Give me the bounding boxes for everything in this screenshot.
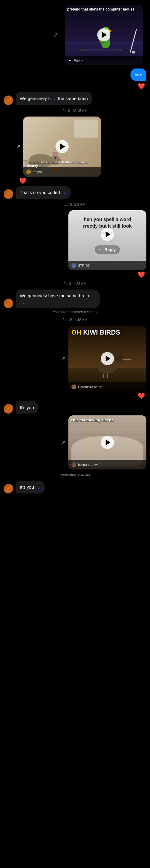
media-wrapper-kiwi: ↗: [0, 326, 146, 392]
avatar-genuine1: [4, 95, 13, 105]
timestamp-1: Jul 9, 12:15 AM: [0, 109, 150, 113]
itsyou2-bubble[interactable]: It's you ⌄: [15, 481, 45, 493]
creator-avatar-strid: [71, 263, 76, 268]
itsyou2-dropdown[interactable]: ⌄: [37, 485, 40, 490]
kiwi-text: KIWI BIRDS: [83, 329, 120, 336]
media-card-bird[interactable]: pretend that she's the computer mouse...…: [65, 5, 143, 65]
genuine1-bubble[interactable]: We genuinely h ⌄ the same brain: [15, 92, 92, 105]
genuine2-bubble[interactable]: We genuinely have the same brain ⌄: [15, 289, 100, 308]
coded-bubble[interactable]: That's so you coded ⌄: [15, 186, 71, 199]
cat-video-caption: hellnahbrahwtf: [68, 460, 146, 469]
timestamp-5: Yesterday 6:54 AM: [0, 473, 150, 477]
creator-name-mouse: tonyritx: [33, 170, 43, 174]
media-card-mouse[interactable]: Found this bird unable to fly so I gave …: [23, 117, 101, 177]
kiwi-video-overlay: OH KIWI BIRDS: [71, 329, 120, 336]
media-wrapper-cat: ↗ epic cat fucking sleeps helln: [0, 415, 146, 469]
play-button-mouse[interactable]: [55, 140, 69, 153]
bird-video-caption: ▶ Pubity: [65, 56, 143, 65]
timestamp-2: Jul 9, 1:3 AM: [0, 203, 150, 207]
avatar-coded: [4, 189, 13, 199]
play-button-strid[interactable]: [101, 228, 114, 241]
streak-notice: You have achieved a Streak: [0, 310, 150, 314]
itsyou2-text: It's you: [20, 485, 34, 490]
mouse-video-overlay: Found this bird unable to fly so I gave …: [26, 160, 99, 167]
genuine2-text: We genuinely have the same brain: [20, 293, 89, 298]
play-button-kiwi[interactable]: [101, 352, 114, 365]
avatar-genuine2: [4, 299, 13, 308]
play-button-bird[interactable]: [97, 28, 110, 41]
strid-reaction: ❤️: [4, 271, 146, 278]
bird-video-overlay: pretend that she's the computer mouse...: [67, 7, 140, 11]
kiwi-oh: OH: [71, 329, 83, 336]
creator-name-strid: STRID3_: [78, 264, 91, 267]
birb-bubble[interactable]: birb: [130, 68, 146, 81]
birb-reaction: ❤️: [4, 83, 146, 90]
itsyou1-text: It's you: [20, 405, 34, 410]
media-card-cat[interactable]: epic cat fucking sleeps hellnahbrahwtf: [68, 415, 146, 469]
timestamp-3: Jul 9, 1:23 AM: [0, 282, 150, 286]
mouse-reaction: ❤️: [4, 177, 146, 184]
mouse-video-caption: tonyritx: [23, 167, 101, 177]
play-button-cat[interactable]: [101, 436, 114, 449]
cat-video-overlay: epic cat fucking sleeps: [71, 418, 144, 422]
coded-dropdown[interactable]: ⌄: [63, 190, 67, 195]
kiwi-heart: ❤️: [138, 393, 145, 399]
itsyou2-row: It's you ⌄: [4, 481, 146, 493]
reply-label[interactable]: Reply: [104, 247, 116, 252]
genuine2-dropdown[interactable]: ⌄: [22, 300, 25, 305]
coded-text: That's so you coded: [20, 190, 60, 195]
media-wrapper-bird: ↗: [0, 3, 146, 67]
media-card-strid[interactable]: hen you spell a word rrectly but it stil…: [68, 210, 146, 270]
creator-avatar-cat: [71, 462, 76, 467]
itsyou1-row: It's you: [4, 401, 146, 413]
creator-name-cat: hellnahbrahwtf: [78, 463, 100, 466]
creator-name-bird: Pubity: [74, 59, 83, 62]
creator-name-kiwi: Chronicler of the...: [78, 385, 105, 389]
media-card-kiwi[interactable]: OH KIWI BIRDS Chronicler of the...: [68, 326, 146, 392]
birb-message-row: birb: [4, 68, 146, 81]
itsyou1-bubble[interactable]: It's you: [15, 401, 38, 413]
share-icon-cat[interactable]: ↗: [61, 439, 66, 446]
tiktok-icon-bird: ▶: [68, 58, 72, 62]
coded-row: That's so you coded ⌄: [4, 186, 146, 199]
genuine1-row: We genuinely h ⌄ the same brain: [4, 92, 146, 105]
birb-heart: ❤️: [138, 83, 145, 90]
share-icon-mouse[interactable]: ↗: [15, 143, 21, 150]
creator-avatar-kiwi: [71, 384, 76, 389]
timestamp-4: Jul 18, 1:48 AM: [0, 318, 150, 322]
media-wrapper-mouse: ↗: [15, 117, 150, 177]
kiwi-reaction: ❤️: [4, 392, 146, 399]
birb-text: birb: [135, 72, 142, 77]
kiwi-video-caption: Chronicler of the...: [68, 382, 146, 392]
strid-video-caption: STRID3_: [68, 261, 146, 270]
genuine1-text: We genuinely h ⌄ the same brain: [20, 96, 88, 101]
share-icon-bird[interactable]: ↗: [53, 31, 58, 38]
avatar-itsyou2: [4, 484, 13, 493]
avatar-itsyou1: [4, 404, 13, 413]
mouse-heart: ❤️: [19, 178, 27, 184]
creator-avatar-mouse: [26, 169, 31, 174]
strid-heart: ❤️: [138, 271, 145, 278]
chat-container: ↗: [0, 0, 150, 522]
genuine2-row: We genuinely have the same brain ⌄: [4, 289, 146, 308]
media-wrapper-strid: hen you spell a word rrectly but it stil…: [0, 210, 146, 270]
share-icon-kiwi[interactable]: ↗: [61, 355, 66, 362]
